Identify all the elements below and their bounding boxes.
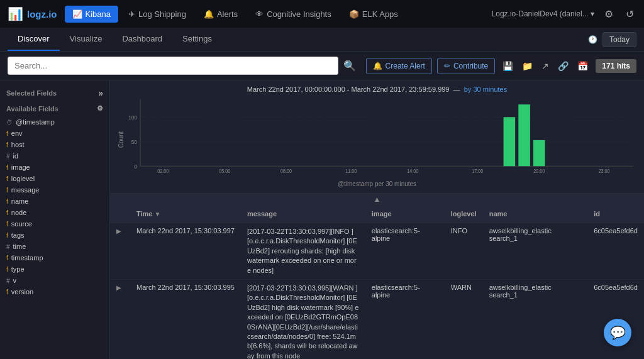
field-item-type[interactable]: ftype xyxy=(0,263,109,275)
chat-icon: 💬 xyxy=(610,325,626,340)
nav-alerts[interactable]: 🔔 Alerts xyxy=(196,6,245,23)
expand-icon[interactable]: ▶ xyxy=(116,284,121,291)
expand-icon[interactable]: ▶ xyxy=(116,228,121,235)
name-cell: awselkbilling_elastic search_1 xyxy=(483,279,588,359)
th-message[interactable]: message xyxy=(241,205,365,223)
content-area: March 22nd 2017, 00:00:00.000 - March 22… xyxy=(110,80,644,359)
nav-kibana[interactable]: 📈 Kibana xyxy=(65,6,118,23)
field-item-image[interactable]: fimage xyxy=(0,162,109,173)
field-type-icon: f xyxy=(6,266,8,273)
field-type-icon: f xyxy=(6,198,8,205)
contribute-button[interactable]: ✏ Contribute xyxy=(437,58,495,74)
fields-gear-icon[interactable]: ⚙ xyxy=(97,104,103,113)
secondary-nav: Discover Visualize Dashboard Settings 🕐 … xyxy=(0,28,644,52)
th-image[interactable]: image xyxy=(365,205,445,223)
field-item-loglevel[interactable]: floglevel xyxy=(0,173,109,184)
nav-elk-apps[interactable]: 📦 ELK Apps xyxy=(341,6,406,23)
th-time[interactable]: Time ▼ xyxy=(130,205,241,223)
field-item-v[interactable]: #v xyxy=(0,275,109,286)
field-type-icon: f xyxy=(6,187,8,194)
svg-rect-17 xyxy=(518,104,530,166)
action-buttons: 🔔 Create Alert ✏ Contribute 💾 📁 ↗ 🔗 📅 17… xyxy=(366,58,636,74)
table-row: ▶ March 22nd 2017, 15:30:03.997 [2017-03… xyxy=(110,223,644,280)
field-type-icon: f xyxy=(6,141,8,148)
save-icon[interactable]: 💾 xyxy=(500,58,516,74)
logo-icon: 📊 xyxy=(8,6,23,21)
svg-text:05:00: 05:00 xyxy=(219,168,230,174)
field-item-tags[interactable]: ftags xyxy=(0,229,109,241)
field-item-id[interactable]: #id xyxy=(0,150,109,162)
chart-collapse-button[interactable]: ▲ xyxy=(110,194,644,205)
tab-visualize[interactable]: Visualize xyxy=(60,28,113,51)
create-alert-icon: 🔔 xyxy=(373,62,382,70)
field-item-version[interactable]: fversion xyxy=(0,286,109,297)
field-item-node[interactable]: fnode xyxy=(0,207,109,218)
external-link-icon[interactable]: 🔗 xyxy=(555,58,571,74)
field-name: node xyxy=(11,209,26,216)
create-alert-button[interactable]: 🔔 Create Alert xyxy=(366,58,432,74)
sec-nav-right: 🕐 Today xyxy=(588,32,636,47)
loglevel-cell: WARN xyxy=(445,279,483,359)
fields-list: ⏱@timestampfenvfhost#idfimagefloglevelfm… xyxy=(0,116,109,297)
id-column-label: id xyxy=(594,210,600,218)
tab-settings[interactable]: Settings xyxy=(172,28,222,51)
available-fields-label: Available Fields xyxy=(6,105,58,113)
chart-by-link[interactable]: by 30 minutes xyxy=(464,86,507,93)
field-item-host[interactable]: fhost xyxy=(0,139,109,150)
search-icon[interactable]: 🔍 xyxy=(343,60,356,72)
field-item-env[interactable]: fenv xyxy=(0,128,109,139)
chat-button[interactable]: 💬 xyxy=(604,319,631,346)
field-type-icon: f xyxy=(6,175,8,182)
table-body: ▶ March 22nd 2017, 15:30:03.997 [2017-03… xyxy=(110,223,644,360)
field-item-name[interactable]: fname xyxy=(0,196,109,207)
tab-discover[interactable]: Discover xyxy=(8,28,60,51)
nav-elk-apps-label: ELK Apps xyxy=(362,9,398,19)
field-type-icon: # xyxy=(6,243,10,250)
time-column-label: Time xyxy=(136,210,152,218)
nav-alerts-label: Alerts xyxy=(217,9,238,19)
field-name: id xyxy=(13,152,19,160)
contribute-label: Contribute xyxy=(453,62,488,70)
top-nav: 📊 logz.io 📈 Kibana ✈ Log Shipping 🔔 Aler… xyxy=(0,0,644,28)
field-type-icon: ⏱ xyxy=(6,119,13,126)
expand-cell[interactable]: ▶ xyxy=(110,223,130,280)
th-id[interactable]: id xyxy=(587,205,644,223)
settings-icon[interactable]: ⚙ xyxy=(602,6,616,23)
folder-icon[interactable]: 📁 xyxy=(519,58,535,74)
nav-log-shipping[interactable]: ✈ Log Shipping xyxy=(121,6,194,23)
tab-dashboard[interactable]: Dashboard xyxy=(112,28,172,51)
field-item-timestamp[interactable]: ftimestamp xyxy=(0,252,109,263)
loglevel-cell: INFO xyxy=(445,223,483,280)
chart-y-label: Count xyxy=(118,131,125,148)
today-button[interactable]: Today xyxy=(602,32,636,47)
user-info[interactable]: Logz.io-DanielDev4 (daniel... ▾ xyxy=(492,9,594,18)
table-area: Time ▼ message image loglevel xyxy=(110,205,644,359)
field-item-message[interactable]: fmessage xyxy=(0,184,109,196)
field-item-@timestamp[interactable]: ⏱@timestamp xyxy=(0,116,109,128)
th-name[interactable]: name xyxy=(483,205,588,223)
field-item-time[interactable]: #time xyxy=(0,241,109,252)
svg-rect-16 xyxy=(504,117,516,166)
sidebar-collapse-icon[interactable]: » xyxy=(98,88,103,98)
refresh-icon[interactable]: ↺ xyxy=(623,6,636,23)
icon-group: 💾 📁 ↗ 🔗 📅 xyxy=(500,58,591,74)
table-header-row: Time ▼ message image loglevel xyxy=(110,205,644,223)
field-type-icon: # xyxy=(6,153,10,160)
field-name: time xyxy=(13,243,26,250)
chart-x-label: @timestamp per 30 minutes xyxy=(118,180,636,187)
expand-cell[interactable]: ▶ xyxy=(110,279,130,359)
calendar-icon[interactable]: 📅 xyxy=(575,58,591,74)
logo[interactable]: 📊 logz.io xyxy=(8,6,57,21)
share-icon[interactable]: ↗ xyxy=(539,58,552,74)
field-item-source[interactable]: fsource xyxy=(0,218,109,229)
chart-svg: 0 50 100 02:00 05:00 08:00 11:00 14:00 1… xyxy=(118,96,636,177)
search-input[interactable] xyxy=(8,57,338,75)
field-name: timestamp xyxy=(11,254,43,262)
th-loglevel[interactable]: loglevel xyxy=(445,205,483,223)
contribute-icon: ✏ xyxy=(444,62,450,70)
svg-text:23:00: 23:00 xyxy=(598,168,609,174)
field-type-icon: f xyxy=(6,221,8,228)
chevron-up-icon: ▲ xyxy=(374,195,381,204)
tab-visualize-label: Visualize xyxy=(70,34,103,43)
nav-cognitive-insights[interactable]: 👁 Cognitive Insights xyxy=(248,6,339,23)
